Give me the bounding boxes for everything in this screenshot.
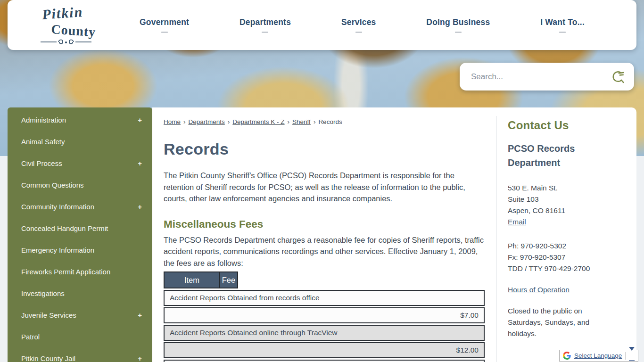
nav-item-departments[interactable]: Departments (239, 17, 291, 33)
main-content-card: Home›Departments›Departments K - Z›Sheri… (152, 107, 636, 362)
sidebar-item-label: Investigations (21, 289, 65, 297)
table-row-partial (164, 360, 485, 362)
nav-label: Departments (239, 17, 291, 27)
search-icon[interactable] (610, 69, 626, 85)
sidebar-item-investigations[interactable]: Investigations (8, 282, 152, 304)
hours-of-operation-link[interactable]: Hours of Operation (508, 286, 570, 294)
sidebar-item-label: Emergency Information (21, 246, 94, 254)
sidebar-item-civil-process[interactable]: Civil Process + (8, 152, 152, 174)
sidebar-item-label: Community Information (21, 203, 94, 211)
address-line: Aspen, CO 81611 (508, 205, 615, 216)
breadcrumb-separator: › (228, 118, 230, 125)
svg-text:Pitkin: Pitkin (41, 4, 83, 22)
contact-us-heading: Contact Us (508, 119, 615, 132)
table-row-fee: $12.00 (164, 342, 485, 358)
page-title: Records (164, 140, 485, 158)
nav-item-government[interactable]: Government (140, 17, 189, 33)
google-logo-icon (563, 352, 571, 360)
hours-of-operation-link-wrap: Hours of Operation (508, 286, 615, 294)
fees-intro-paragraph: The PCSO Records Department charges a re… (164, 234, 485, 269)
pitkin-county-logo[interactable]: Pitkin County (30, 1, 101, 49)
table-row-fee: $7.00 (164, 307, 485, 323)
nav-underline (161, 32, 168, 33)
sidebar-item-emergency-information[interactable]: Emergency Information (8, 239, 152, 261)
nav-underline (262, 32, 268, 33)
fees-table: Item Fee Accident Reports Obtained from … (164, 272, 485, 362)
svg-text:County: County (51, 22, 97, 40)
sidebar-item-label: Animal Safety (21, 138, 65, 146)
breadcrumb-separator: › (183, 118, 186, 125)
nav-underline (355, 32, 362, 33)
nav-label: Services (341, 17, 376, 27)
column-header-fee: Fee (220, 272, 238, 288)
content-divider (496, 116, 497, 362)
nav-underline (559, 32, 566, 33)
nav-label: I Want To... (540, 17, 585, 27)
expand-plus-icon[interactable]: + (138, 311, 142, 319)
contact-department-name: PCSO Records Department (508, 141, 590, 170)
expand-plus-icon[interactable]: + (138, 159, 142, 167)
breadcrumb-current: Records (318, 118, 342, 125)
sidebar-item-community-information[interactable]: Community Information + (8, 196, 152, 217)
breadcrumb: Home›Departments›Departments K - Z›Sheri… (164, 118, 485, 125)
sidebar-item-label: Juvenile Services (21, 311, 76, 319)
page: Pitkin County Government Departments (0, 0, 644, 362)
closed-note: Closed to the public on Saturdays, Sunda… (508, 305, 602, 339)
fees-table-header: Item Fee (164, 272, 485, 288)
phone-number: Ph: 970-920-5302 (508, 240, 615, 252)
fax-number: Fx: 970-920-5307 (508, 252, 615, 263)
tdd-tty-number: TDD / TTY 970-429-2700 (508, 263, 615, 274)
table-row-item: Accident Reports Obtained online through… (164, 325, 485, 341)
sidebar-item-common-questions[interactable]: Common Questions (8, 174, 152, 196)
search-input[interactable] (471, 72, 610, 82)
google-translate-widget[interactable]: Select Language (559, 350, 638, 362)
expand-plus-icon[interactable]: + (138, 203, 142, 211)
main-nav: Government Departments Services Doing Bu… (140, 17, 585, 33)
sidebar-item-administration[interactable]: Administration + (8, 109, 152, 131)
email-link[interactable]: Email (508, 216, 615, 228)
chevron-down-icon (629, 347, 635, 359)
breadcrumb-link-home[interactable]: Home (164, 118, 181, 125)
address-line: Suite 103 (508, 194, 615, 205)
sidebar-item-label: Administration (21, 116, 66, 124)
nav-label: Government (140, 17, 189, 27)
sidebar-item-animal-safety[interactable]: Animal Safety (8, 131, 152, 152)
breadcrumb-link-departments[interactable]: Departments (189, 118, 225, 125)
nav-item-doing-business[interactable]: Doing Business (426, 17, 490, 33)
sidebar-item-fireworks-permit-application[interactable]: Fireworks Permit Application (8, 261, 152, 282)
miscellaneous-fees-heading: Miscellaneous Fees (164, 218, 485, 230)
breadcrumb-separator: › (288, 118, 290, 125)
search-bar (460, 63, 634, 90)
column-header-item: Item (164, 272, 220, 288)
select-language-label[interactable]: Select Language (574, 352, 622, 359)
sidebar-item-label: Civil Process (21, 159, 62, 167)
expand-plus-icon[interactable]: + (138, 354, 142, 362)
contact-address: 530 E. Main St. Suite 103 Aspen, CO 8161… (508, 182, 615, 228)
site-header: Pitkin County Government Departments (8, 0, 636, 50)
main-content: Home›Departments›Departments K - Z›Sheri… (164, 118, 485, 362)
sidebar-item-label: Common Questions (21, 181, 84, 189)
sidebar-item-label: Patrol (21, 333, 40, 341)
contact-phones: Ph: 970-920-5302 Fx: 970-920-5307 TDD / … (508, 240, 615, 274)
language-dropdown-arrow[interactable] (629, 351, 635, 361)
address-line: 530 E. Main St. (508, 182, 615, 194)
nav-underline (455, 32, 462, 33)
sidebar-item-label: Fireworks Permit Application (21, 268, 110, 276)
sidebar-item-pitkin-county-jail[interactable]: Pitkin County Jail + (8, 347, 152, 362)
sidebar-item-patrol[interactable]: Patrol (8, 326, 152, 347)
sidebar-item-label: Concealed Handgun Permit (21, 224, 108, 232)
contact-panel: Contact Us PCSO Records Department 530 E… (508, 119, 615, 339)
nav-item-i-want-to[interactable]: I Want To... (540, 17, 585, 33)
section-sidebar: Administration + Animal Safety Civil Pro… (8, 107, 152, 362)
breadcrumb-link-departments-k-z[interactable]: Departments K - Z (232, 118, 284, 125)
table-row-item: Accident Reports Obtained from records o… (164, 290, 485, 306)
sidebar-item-juvenile-services[interactable]: Juvenile Services + (8, 304, 152, 326)
sidebar-item-label: Pitkin County Jail (21, 354, 75, 362)
breadcrumb-link-sheriff[interactable]: Sheriff (292, 118, 311, 125)
intro-paragraph: The Pitkin County Sheriff's Office (PCSO… (164, 170, 485, 205)
translate-separator (625, 352, 626, 360)
nav-item-services[interactable]: Services (341, 17, 376, 33)
expand-plus-icon[interactable]: + (138, 116, 142, 124)
nav-label: Doing Business (426, 17, 490, 27)
sidebar-item-concealed-handgun-permit[interactable]: Concealed Handgun Permit (8, 217, 152, 239)
